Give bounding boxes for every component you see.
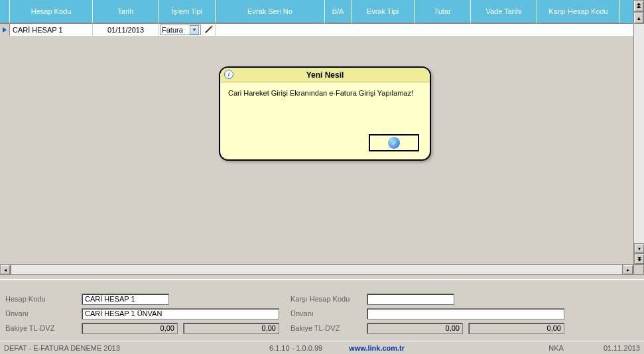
- islem-tipi-combo[interactable]: Fatura: [160, 25, 201, 35]
- chevron-down-icon: [192, 29, 196, 31]
- col-islem-tipi[interactable]: İşlem Tipi: [159, 0, 216, 23]
- field-bakiye-tl: 0,00: [82, 323, 178, 334]
- label-bakiye: Bakiye TL-DVZ: [5, 324, 82, 332]
- message-dialog: i Yeni Nesil Cari Hareket Girişi Ekranın…: [219, 66, 431, 161]
- status-bar: DEFAT - E-FATURA DENEME 2013 6.1.10 - 1.…: [0, 341, 644, 354]
- dialog-title: Yeni Nesil: [306, 70, 344, 80]
- col-karsi-hesap-kodu[interactable]: Karşı Hesap Kodu: [537, 0, 620, 23]
- col-tarih[interactable]: Tarih: [93, 0, 159, 23]
- row-indicator: [0, 24, 10, 36]
- status-link[interactable]: www.link.com.tr: [349, 344, 405, 352]
- scroll-right-button[interactable]: ▸: [623, 264, 633, 275]
- status-title: DEFAT - E-FATURA DENEME 2013: [4, 344, 243, 352]
- combo-dropdown-button[interactable]: [190, 25, 199, 35]
- horizontal-scrollbar[interactable]: ◂ ▸: [0, 264, 644, 276]
- scroll-track[interactable]: [634, 24, 644, 243]
- current-row-icon: [3, 27, 7, 33]
- field-karsi-hesap-kodu[interactable]: [367, 294, 454, 305]
- dialog-message: Cari Hareket Girişi Ekranından e-Fatura …: [220, 82, 430, 104]
- scroll-down-button[interactable]: ▾: [634, 243, 644, 254]
- field-bakiye2-dvz: 0,00: [468, 323, 564, 334]
- check-icon: ✓: [388, 137, 400, 149]
- scroll-top-button[interactable]: ⯭: [633, 0, 644, 12]
- vertical-scrollbar[interactable]: ▾ ⯯: [633, 24, 644, 264]
- hscroll-track[interactable]: [11, 264, 623, 275]
- label-unvani: Ünvanı: [5, 310, 82, 317]
- label-unvani2: Ünvanı: [290, 310, 367, 317]
- col-ba[interactable]: B/A: [325, 0, 352, 23]
- field-bakiye2-tl: 0,00: [367, 323, 463, 334]
- label-bakiye2: Bakiye TL-DVZ: [290, 324, 367, 332]
- scroll-left-button[interactable]: ◂: [0, 264, 11, 275]
- scroll-bottom-button[interactable]: ⯯: [634, 254, 644, 264]
- status-version: 6.1.10 - 1.0.0.99: [269, 344, 322, 352]
- info-panel: Hesap Kodu CARİ HESAP 1 Ünvanı CARİ HESA…: [0, 279, 644, 339]
- scroll-corner: [633, 264, 644, 275]
- ok-button[interactable]: ✓: [369, 134, 419, 151]
- dialog-titlebar: i Yeni Nesil: [220, 68, 430, 82]
- scroll-up-button[interactable]: ▴: [633, 12, 644, 24]
- info-icon: i: [224, 70, 233, 79]
- combo-value: Fatura: [162, 26, 183, 34]
- cell-tarih[interactable]: 01/11/2013: [93, 24, 159, 36]
- wand-icon[interactable]: [204, 25, 213, 35]
- grid-header: Hesap Kodu Tarih İşlem Tipi Evrak Seri N…: [0, 0, 644, 24]
- status-date: 01.11.2013: [604, 344, 640, 352]
- cell-islem-tipi[interactable]: Fatura: [159, 24, 216, 36]
- col-vade-tarihi[interactable]: Vade Tarihi: [471, 0, 537, 23]
- row-selector-header: [0, 0, 10, 23]
- table-row[interactable]: CARİ HESAP 1 01/11/2013 Fatura: [0, 24, 644, 36]
- label-hesap-kodu: Hesap Kodu: [5, 295, 82, 303]
- col-evrak-seri-no[interactable]: Evrak Seri No: [216, 0, 325, 23]
- field-unvani[interactable]: CARİ HESAP 1 ÜNVAN: [82, 308, 279, 319]
- field-bakiye-dvz: 0,00: [183, 323, 279, 334]
- cell-hesap-kodu[interactable]: CARİ HESAP 1: [10, 24, 93, 36]
- col-hesap-kodu[interactable]: Hesap Kodu: [10, 0, 93, 23]
- field-unvani2[interactable]: [367, 308, 564, 319]
- col-tutar[interactable]: Tutar: [415, 0, 471, 23]
- label-karsi-hesap-kodu: Karşı Hesap Kodu: [290, 295, 367, 303]
- field-hesap-kodu[interactable]: CARİ HESAP 1: [82, 294, 169, 305]
- col-evrak-tipi[interactable]: Evrak Tipi: [352, 0, 415, 23]
- status-user: NKA: [548, 344, 564, 352]
